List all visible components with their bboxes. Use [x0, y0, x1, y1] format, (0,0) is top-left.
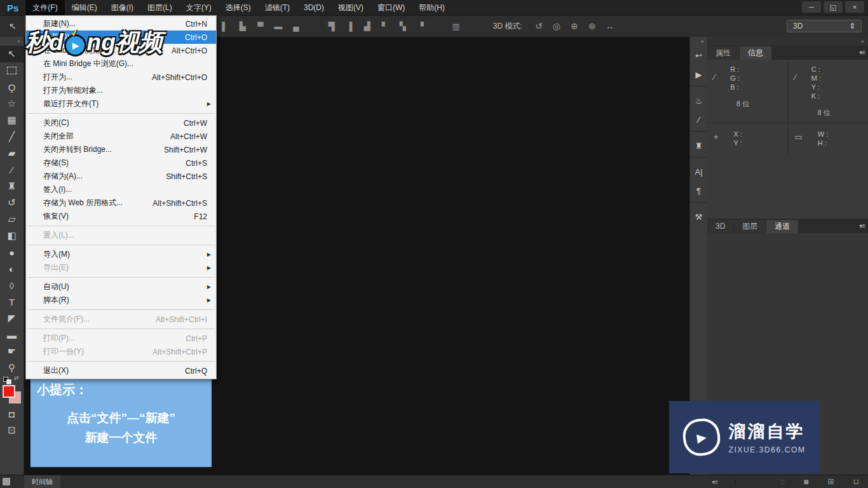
- crop-tool[interactable]: ▦: [0, 112, 24, 128]
- path-selection-tool[interactable]: ◤: [0, 310, 24, 327]
- timeline-tab[interactable]: 时间轴: [24, 475, 60, 488]
- file-menu-item[interactable]: [26, 326, 216, 332]
- lasso-tool[interactable]: Ϙ: [0, 79, 24, 95]
- rectangle-tool[interactable]: ▬: [0, 327, 24, 343]
- save-selection-as-channel-button[interactable]: ◙: [804, 477, 808, 486]
- file-menu-item[interactable]: 文件简介(F)... Alt+Shift+Ctrl+I: [26, 313, 216, 326]
- default-swap-colors-icon[interactable]: ⇄: [3, 376, 24, 384]
- blur-tool[interactable]: ●: [0, 244, 24, 261]
- foreground-color-swatch[interactable]: [3, 385, 15, 398]
- minimize-button[interactable]: ─: [802, 1, 821, 13]
- quick-mask-button[interactable]: ◘: [0, 405, 24, 422]
- file-menu-item[interactable]: 退出(X) Ctrl+Q: [26, 364, 216, 377]
- distribute-top-edges-icon[interactable]: ▜: [323, 22, 341, 31]
- file-menu-item[interactable]: [26, 223, 216, 229]
- file-menu-item[interactable]: 关闭(C) Ctrl+W: [26, 116, 216, 130]
- clone-stamp-tool[interactable]: ♜: [0, 178, 24, 194]
- eyedropper-icon[interactable]: ∕: [714, 72, 715, 92]
- new-channel-button[interactable]: ⊞: [828, 477, 834, 486]
- menubar-item[interactable]: 窗口(W): [370, 0, 412, 15]
- dock-icon[interactable]: [690, 157, 707, 162]
- panel-menu-icon[interactable]: ▾≡: [859, 222, 865, 229]
- marquee-tool[interactable]: [0, 62, 24, 79]
- panel-tab[interactable]: 信息: [740, 46, 771, 60]
- menubar-item[interactable]: 文件(F): [25, 0, 64, 15]
- 3d-slide-icon[interactable]: ⊛: [583, 21, 601, 31]
- load-channel-selection-button[interactable]: ◌: [780, 477, 785, 486]
- distribute-left-edges-icon[interactable]: ▘: [376, 22, 394, 31]
- file-menu-item[interactable]: 打印(P)... Ctrl+P: [26, 332, 216, 345]
- panel-tab[interactable]: 图层: [734, 220, 766, 233]
- history-brush-tool[interactable]: ↺: [0, 194, 24, 211]
- file-menu-item[interactable]: [26, 358, 216, 364]
- workspace-selector[interactable]: 3D ⇕: [787, 20, 862, 32]
- dock-expand-icon[interactable]: «: [690, 37, 707, 46]
- 3d-roll-icon[interactable]: ◎: [548, 21, 566, 31]
- file-menu-item[interactable]: 存储为(A)... Shift+Ctrl+S: [26, 170, 216, 183]
- type-tool[interactable]: T: [0, 294, 24, 310]
- file-menu-item[interactable]: 关闭全部 Alt+Ctrl+W: [26, 130, 216, 143]
- file-menu-item[interactable]: 置入(L)...: [26, 229, 216, 242]
- file-menu-item[interactable]: 存储为 Web 所用格式... Alt+Shift+Ctrl+S: [26, 196, 216, 210]
- eraser-tool[interactable]: ▱: [0, 211, 24, 227]
- file-menu-item[interactable]: 存储(S) Ctrl+S: [26, 156, 216, 170]
- file-menu-item[interactable]: 最近打开文件(T): [26, 97, 216, 111]
- file-menu-item[interactable]: 签入(I)...: [26, 183, 216, 196]
- menubar-item[interactable]: 图层(L): [140, 0, 179, 15]
- menubar-item[interactable]: 编辑(E): [65, 0, 104, 15]
- move-tool[interactable]: ↖: [0, 46, 24, 62]
- menubar-item[interactable]: 滤镜(T): [258, 0, 297, 15]
- actions-panel-icon[interactable]: ▶: [690, 65, 707, 84]
- eyedropper-icon[interactable]: ∕: [795, 72, 796, 100]
- align-top-edges-icon[interactable]: ▀: [252, 22, 269, 31]
- dock-icon[interactable]: [690, 86, 707, 91]
- file-menu-item[interactable]: 打开为智能对象...: [26, 84, 216, 97]
- panel-menu-icon[interactable]: ▾≡: [712, 478, 736, 485]
- character-panel-icon[interactable]: A|: [690, 162, 707, 181]
- 3d-drag-icon[interactable]: ⊕: [566, 21, 583, 31]
- distribute-bottom-edges-icon[interactable]: ▟: [358, 22, 376, 31]
- close-button[interactable]: ×: [845, 1, 864, 13]
- file-menu-item[interactable]: 脚本(R): [26, 294, 216, 307]
- swap-colors-icon[interactable]: ⇄: [14, 375, 19, 381]
- align-horizontal-centers-icon[interactable]: ▌: [216, 22, 234, 31]
- eyedropper-tool[interactable]: ╱: [0, 128, 24, 145]
- 3d-rotate-icon[interactable]: ↺: [530, 21, 548, 31]
- distribute-vertical-centers-icon[interactable]: ▐: [341, 22, 358, 31]
- file-menu-item[interactable]: 导入(M): [26, 248, 216, 261]
- toolbar-collapse-icon[interactable]: »: [0, 37, 24, 46]
- file-menu-item[interactable]: 在 Mini Bridge 中浏览(G)...: [26, 57, 216, 71]
- menubar-item[interactable]: 图像(I): [104, 0, 140, 15]
- panel-collapse-icon[interactable]: »: [707, 37, 868, 46]
- pen-tool[interactable]: ◊: [0, 277, 24, 294]
- align-vertical-centers-icon[interactable]: ▬: [269, 22, 287, 31]
- history-panel-icon[interactable]: ↩: [690, 46, 707, 65]
- paragraph-panel-icon[interactable]: ¶: [690, 181, 707, 200]
- menubar-item[interactable]: 3D(D): [297, 0, 331, 15]
- file-menu-item[interactable]: 自动(U): [26, 280, 216, 294]
- menubar-item[interactable]: 帮助(H): [412, 0, 452, 15]
- distribute-horizontal-centers-icon[interactable]: ▚: [394, 22, 412, 31]
- menubar-item[interactable]: 文字(Y): [179, 0, 219, 15]
- menubar-item[interactable]: 选择(S): [219, 0, 258, 15]
- file-menu-item[interactable]: 关闭并转到 Bridge... Shift+Ctrl+W: [26, 143, 216, 156]
- panel-tab[interactable]: 3D: [707, 220, 733, 233]
- brush-presets-panel-icon[interactable]: ♨: [690, 91, 707, 110]
- screen-mode-button[interactable]: ⊡: [0, 422, 24, 438]
- healing-brush-tool[interactable]: ▰: [0, 145, 24, 161]
- panel-menu-icon[interactable]: ▾≡: [859, 49, 865, 56]
- 3d-scale-icon[interactable]: ↔: [601, 21, 619, 31]
- file-menu-item[interactable]: [26, 307, 216, 313]
- brush-tool[interactable]: ∕: [0, 161, 24, 178]
- distribute-spacing-icon[interactable]: ▥: [447, 22, 465, 31]
- clone-source-panel-icon[interactable]: ♜: [690, 136, 707, 155]
- tool-presets-panel-icon[interactable]: ⚒: [690, 207, 707, 226]
- dodge-tool[interactable]: ◐: [0, 261, 24, 277]
- panel-tab[interactable]: 通道: [766, 220, 798, 233]
- dock-icon[interactable]: [690, 202, 707, 207]
- gradient-tool[interactable]: ◧: [0, 227, 24, 244]
- align-right-edges-icon[interactable]: ▙: [234, 22, 252, 31]
- dock-icon[interactable]: [690, 131, 707, 136]
- magic-wand-tool[interactable]: ☆: [0, 95, 24, 112]
- file-menu-item[interactable]: [26, 111, 216, 116]
